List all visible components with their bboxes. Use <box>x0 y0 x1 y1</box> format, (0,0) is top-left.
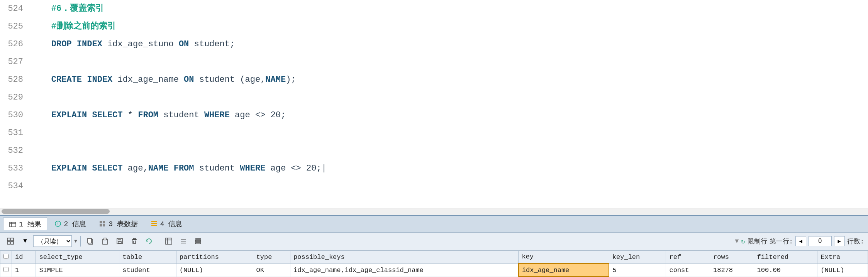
dropdown-arrow: ▼ <box>74 238 77 244</box>
svg-text:i: i <box>57 222 59 226</box>
cell-id[interactable]: 1 <box>12 263 36 277</box>
code-editor[interactable]: 524 #6．覆盖索引525 #删除之前的索引526 DROP INDEX id… <box>0 0 868 215</box>
tab-info4[interactable]: 4 信息 <box>145 217 188 230</box>
tab-tabledata[interactable]: 3 表数据 <box>93 217 143 230</box>
cell-rows[interactable]: 18278 <box>710 263 754 277</box>
code-line-531: 531 <box>0 124 868 142</box>
bottom-panel: 1 结果i2 信息3 表数据4 信息 ▼ （只读）可编辑 ▼ <box>0 215 868 277</box>
code-line-525: 525 #删除之前的索引 <box>0 18 868 35</box>
col-header-Extra: Extra <box>817 250 868 263</box>
cell-Extra[interactable]: (NULL) <box>817 263 868 277</box>
code-line-529: 529 <box>0 89 868 106</box>
col-header-id: id <box>12 250 36 263</box>
nav-value-input[interactable] <box>809 236 832 246</box>
line-content: EXPLAIN SELECT age,NAME FROM student WHE… <box>31 160 868 177</box>
line-content: #删除之前的索引 <box>31 18 868 35</box>
toolbar-right: ▼ ↻ 限制行 第一行: ◄ ► 行数: <box>735 236 864 246</box>
cell-possible_keys[interactable]: idx_age_name,idx_age_classid_name <box>290 263 519 277</box>
export-icon[interactable]: ▼ <box>19 235 32 248</box>
col-header-ref: ref <box>666 250 710 263</box>
svg-rect-13 <box>11 238 14 241</box>
tab-result[interactable]: 1 结果 <box>3 217 47 230</box>
cell-filtered[interactable]: 100.00 <box>754 263 817 277</box>
select-all-checkbox[interactable] <box>3 254 8 259</box>
line-number: 531 <box>0 124 31 142</box>
grid-toolbar-icon[interactable] <box>4 235 17 248</box>
copy-btn[interactable] <box>84 235 97 248</box>
svg-rect-5 <box>100 221 102 223</box>
col-header-table: table <box>119 250 176 263</box>
svg-rect-27 <box>166 238 172 244</box>
readonly-select[interactable]: （只读）可编辑 <box>33 235 72 247</box>
svg-rect-33 <box>195 238 201 240</box>
table-view-btn[interactable] <box>162 235 175 248</box>
save-btn[interactable] <box>113 235 126 248</box>
cell-select_type[interactable]: SIMPLE <box>36 263 119 277</box>
col-header-select_type: select_type <box>36 250 119 263</box>
cell-ref[interactable]: const <box>666 263 710 277</box>
code-line-527: 527 <box>0 53 868 71</box>
line-number: 524 <box>0 0 31 18</box>
horizontal-scrollbar[interactable] <box>0 208 868 215</box>
tab-label-3: 3 表数据 <box>108 219 138 228</box>
separator-2 <box>159 236 159 247</box>
line-number: 534 <box>0 177 31 195</box>
col-header-rows: rows <box>710 250 754 263</box>
cell-key_len[interactable]: 5 <box>609 263 666 277</box>
list-view-btn[interactable] <box>177 235 190 248</box>
scrollbar-thumb[interactable] <box>2 209 110 214</box>
line-number: 533 <box>0 160 31 177</box>
limit-label: 限制行 <box>748 237 767 246</box>
nav-prev-btn[interactable]: ◄ <box>795 236 806 246</box>
cell-type[interactable]: OK <box>253 263 290 277</box>
col-header-possible_keys: possible_keys <box>290 250 519 263</box>
first-row-label: 第一行: <box>770 237 793 246</box>
separator-1 <box>80 236 81 247</box>
line-number: 529 <box>0 89 31 106</box>
row-label: 行数: <box>847 237 864 246</box>
line-number: 525 <box>0 18 31 35</box>
tab-info2[interactable]: i2 信息 <box>49 217 92 230</box>
code-line-534: 534 <box>0 177 868 195</box>
svg-rect-22 <box>118 238 121 240</box>
svg-rect-19 <box>104 238 106 240</box>
code-line-530: 530 EXPLAIN SELECT * FROM student WHERE … <box>0 106 868 124</box>
svg-rect-35 <box>195 243 201 244</box>
svg-rect-0 <box>10 222 16 227</box>
tab-label-2: 2 信息 <box>64 219 86 228</box>
line-content: #6．覆盖索引 <box>31 0 868 18</box>
col-header-partitions: partitions <box>176 250 253 263</box>
nav-next-btn[interactable]: ► <box>834 236 845 246</box>
code-line-532: 532 <box>0 142 868 160</box>
result-table-container: idselect_typetablepartitionstypepossible… <box>0 250 868 277</box>
code-line-533: 533 EXPLAIN SELECT age,NAME FROM student… <box>0 160 868 177</box>
svg-rect-11 <box>151 225 157 226</box>
table-body: 1SIMPLEstudent(NULL)OKidx_age_name,idx_a… <box>0 263 868 277</box>
paste-btn[interactable] <box>98 235 112 248</box>
svg-rect-6 <box>103 221 105 223</box>
cell-key[interactable]: idx_age_name <box>519 263 609 277</box>
info-icon: i <box>54 220 62 228</box>
line-number: 532 <box>0 142 31 160</box>
svg-rect-9 <box>151 221 157 222</box>
form-view-btn[interactable] <box>192 235 205 248</box>
line-content: DROP INDEX idx_age_stuno ON student; <box>31 35 868 53</box>
header-row: idselect_typetablepartitionstypepossible… <box>0 250 868 263</box>
line-content: CREATE INDEX idx_age_name ON student (ag… <box>31 71 868 89</box>
refresh-btn[interactable] <box>142 235 156 248</box>
table-header: idselect_typetablepartitionstypepossible… <box>0 250 868 263</box>
svg-rect-26 <box>133 238 136 240</box>
delete-btn[interactable] <box>128 235 141 248</box>
col-header-key_len: key_len <box>609 250 666 263</box>
cell-cb <box>0 263 12 277</box>
svg-rect-21 <box>118 242 121 243</box>
cell-partitions[interactable]: (NULL) <box>176 263 253 277</box>
svg-rect-15 <box>11 242 14 244</box>
tabs-row: 1 结果i2 信息3 表数据4 信息 <box>0 216 868 233</box>
row-checkbox[interactable] <box>3 267 8 272</box>
tab-label-1: 1 结果 <box>19 220 41 229</box>
result-table: idselect_typetablepartitionstypepossible… <box>0 250 868 277</box>
svg-rect-10 <box>151 223 157 224</box>
col-header-type: type <box>253 250 290 263</box>
cell-table[interactable]: student <box>119 263 176 277</box>
